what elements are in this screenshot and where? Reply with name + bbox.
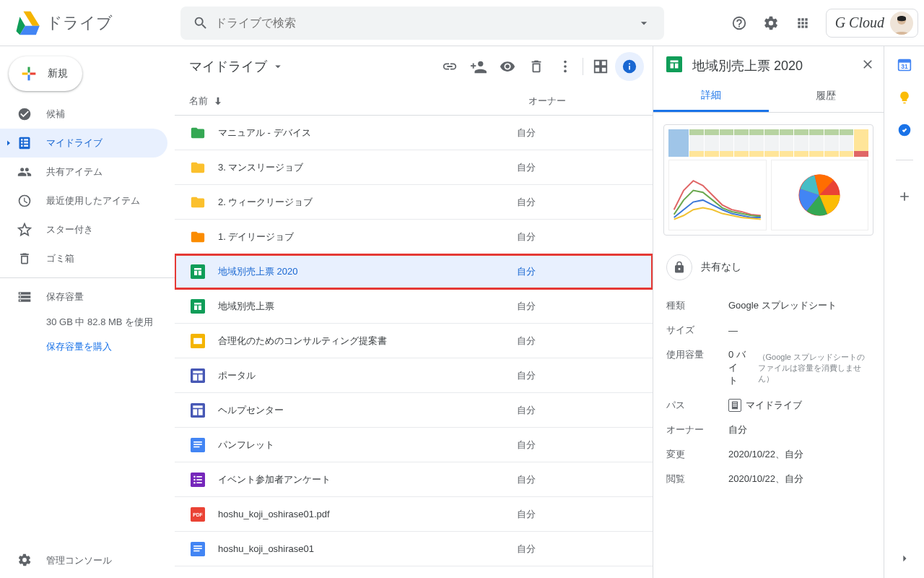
mydrive-icon	[17, 136, 32, 150]
sidebar-item-shared[interactable]: 共有アイテム	[0, 158, 167, 186]
search-icon[interactable]	[186, 9, 215, 38]
svg-rect-10	[193, 374, 197, 380]
svg-rect-21	[196, 476, 202, 478]
buy-storage-link[interactable]: 保存容量を購入	[0, 335, 175, 353]
lock-icon	[666, 254, 692, 280]
details-panel: 地域別売上票 2020 詳細 履歴	[653, 46, 884, 578]
drive-logo[interactable]	[12, 7, 43, 39]
file-row[interactable]: ヘルプセンター自分	[175, 393, 653, 428]
svg-rect-7	[193, 337, 202, 343]
file-owner: 自分	[517, 161, 536, 174]
svg-rect-22	[196, 479, 202, 480]
breadcrumb[interactable]: マイドライブ	[189, 58, 284, 75]
file-name: ポータル	[206, 369, 517, 382]
calendar-icon[interactable]: 31	[897, 58, 912, 74]
file-row[interactable]: マニュアル - デバイス自分	[175, 116, 653, 150]
file-row[interactable]: イベント参加者アンケート自分	[175, 462, 653, 497]
folder-yellow-icon	[189, 160, 206, 176]
file-list-pane: マイドライブ 名前 オーナー マニュアル - デバイス自分3. マンスリージョブ…	[175, 46, 653, 578]
sidebar-item-mydrive[interactable]: マイドライブ	[0, 129, 167, 158]
file-name: hoshu_koji_oshirase01.pdf	[206, 509, 517, 519]
file-owner: 自分	[517, 508, 536, 521]
svg-rect-4	[191, 264, 205, 279]
sidebar-item-priority[interactable]: 候補	[0, 100, 167, 129]
new-button[interactable]: 新規	[9, 56, 82, 91]
svg-point-26	[193, 481, 196, 483]
account-label: G Cloud	[835, 14, 884, 31]
path-link[interactable]: マイドライブ	[728, 399, 871, 412]
share-status: 共有なし	[653, 247, 884, 293]
docs-icon	[189, 542, 206, 556]
delete-icon[interactable]	[522, 52, 551, 81]
svg-rect-30	[193, 545, 202, 547]
pdf-icon: PDF	[189, 507, 206, 522]
file-row[interactable]: 2. ウィークリージョブ自分	[175, 185, 653, 220]
svg-rect-18	[193, 444, 202, 445]
file-row[interactable]: PDFhoshu_koji_oshirase01.pdf自分	[175, 497, 653, 532]
column-name[interactable]: 名前	[189, 95, 528, 108]
file-name: 1. デイリージョブ	[206, 230, 517, 243]
more-icon[interactable]	[551, 52, 580, 81]
tasks-icon[interactable]	[897, 123, 912, 139]
file-row[interactable]: 1. デイリージョブ自分	[175, 220, 653, 254]
file-row[interactable]: ポータル自分	[175, 358, 653, 393]
search-bar[interactable]	[180, 7, 664, 40]
file-row[interactable]: 合理化のためのコンサルティング提案書自分	[175, 324, 653, 358]
sidebar: 新規 候補 マイドライブ 共有アイテム 最近使用したアイテム スター付き ゴミ箱…	[0, 46, 175, 578]
svg-rect-31	[193, 548, 202, 549]
side-rail: 31	[884, 46, 924, 578]
file-owner: 自分	[517, 196, 536, 209]
search-input[interactable]	[215, 17, 629, 30]
layout-grid-icon[interactable]	[586, 52, 615, 81]
sheets-icon	[189, 264, 206, 279]
sidebar-item-storage[interactable]: 保存容量	[0, 282, 167, 311]
sidebar-item-recent[interactable]: 最近使用したアイテム	[0, 186, 167, 215]
file-thumbnail[interactable]	[663, 124, 873, 236]
file-row[interactable]: 3. マンスリージョブ自分	[175, 150, 653, 185]
info-icon[interactable]	[615, 52, 644, 81]
preview-icon[interactable]	[493, 52, 522, 81]
svg-rect-14	[193, 409, 197, 415]
settings-icon[interactable]	[757, 9, 785, 38]
sheets-icon	[189, 299, 206, 314]
expand-icon[interactable]	[4, 139, 13, 150]
close-icon[interactable]	[860, 57, 875, 74]
account-chip[interactable]: G Cloud	[826, 9, 918, 38]
keep-icon[interactable]	[897, 90, 912, 107]
sidebar-item-starred[interactable]: スター付き	[0, 215, 167, 244]
svg-rect-13	[193, 405, 202, 407]
tab-detail[interactable]: 詳細	[653, 80, 769, 112]
file-owner: 自分	[517, 300, 536, 313]
trash-icon	[17, 251, 32, 266]
file-name: イベント参加者アンケート	[206, 473, 517, 486]
file-name: マニュアル - デバイス	[206, 126, 517, 139]
share-icon[interactable]	[464, 52, 493, 81]
priority-icon	[17, 107, 32, 121]
get-link-icon[interactable]	[435, 52, 464, 81]
svg-rect-36	[898, 60, 910, 63]
storage-text: 30 GB 中 82.8 MB を使用	[0, 311, 175, 335]
file-row[interactable]: パンフレット自分	[175, 428, 653, 462]
file-owner: 自分	[517, 126, 536, 139]
svg-rect-8	[191, 368, 205, 383]
help-icon[interactable]	[725, 9, 754, 38]
svg-rect-5	[191, 299, 205, 314]
sidebar-item-admin[interactable]: 管理コンソール	[0, 543, 175, 578]
collapse-rail-icon[interactable]	[897, 551, 912, 568]
addon-plus-icon[interactable]	[890, 182, 919, 211]
column-owner[interactable]: オーナー	[528, 95, 638, 108]
search-options-icon[interactable]	[629, 9, 658, 38]
avatar	[890, 12, 913, 35]
file-row[interactable]: 地域別売上票自分	[175, 289, 653, 324]
sidebar-item-trash[interactable]: ゴミ箱	[0, 244, 167, 273]
tab-history[interactable]: 履歴	[769, 80, 884, 112]
svg-rect-12	[191, 403, 205, 418]
apps-icon[interactable]	[788, 9, 817, 38]
file-row[interactable]: 地域別売上票 2020自分	[175, 254, 653, 289]
sites-icon	[189, 368, 206, 383]
file-row[interactable]: hoshu_koji_oshirase01自分	[175, 532, 653, 566]
svg-rect-9	[193, 371, 202, 373]
slides-icon	[189, 334, 206, 348]
file-owner: 自分	[517, 230, 536, 243]
folder-orange-icon	[189, 229, 206, 245]
